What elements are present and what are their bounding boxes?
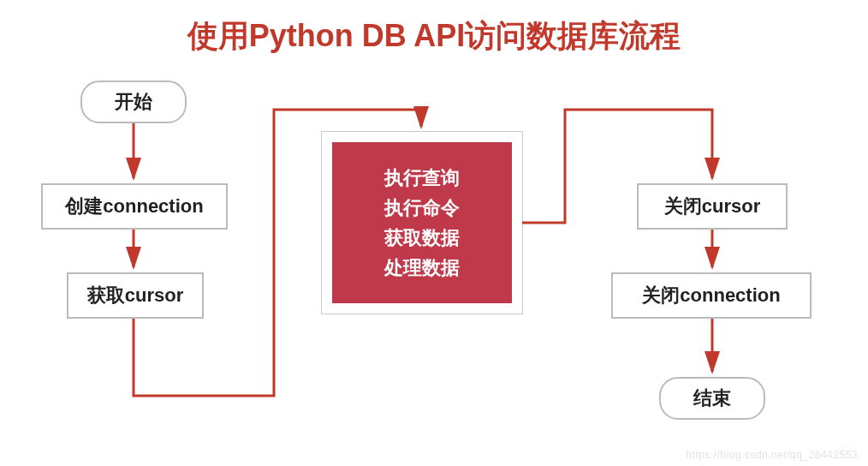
node-close-connection: 关闭connection bbox=[611, 272, 812, 319]
execute-line-2: 执行命令 bbox=[384, 193, 460, 223]
node-end: 结束 bbox=[659, 377, 765, 420]
watermark: https://blog.csdn.net/qq_26442553 bbox=[686, 449, 858, 461]
execute-line-4: 处理数据 bbox=[384, 253, 460, 283]
execute-line-1: 执行查询 bbox=[384, 163, 460, 193]
node-close-cursor: 关闭cursor bbox=[637, 183, 788, 230]
node-start: 开始 bbox=[80, 81, 187, 123]
node-get-cursor: 获取cursor bbox=[67, 272, 204, 319]
execute-line-3: 获取数据 bbox=[384, 223, 460, 253]
node-create-connection: 创建connection bbox=[41, 183, 228, 230]
diagram-title: 使用Python DB API访问数据库流程 bbox=[0, 15, 868, 57]
node-execute: 执行查询 执行命令 获取数据 处理数据 bbox=[322, 132, 522, 314]
